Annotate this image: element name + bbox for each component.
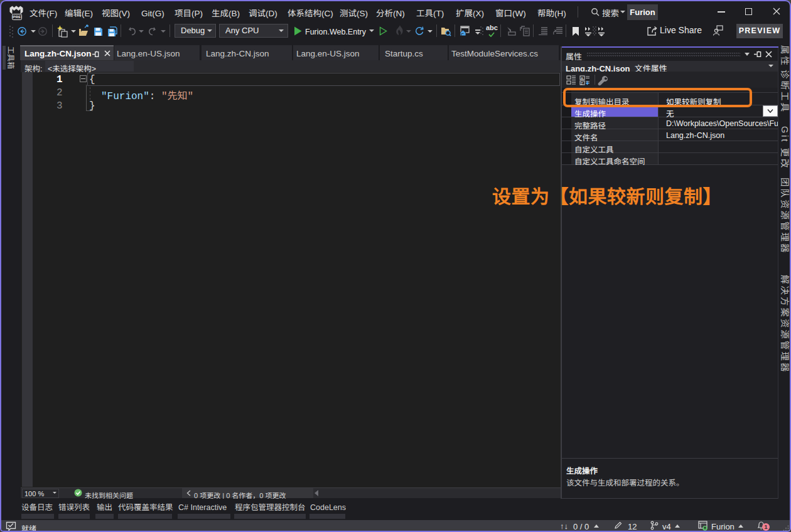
svg-text:A: A [581,77,583,80]
